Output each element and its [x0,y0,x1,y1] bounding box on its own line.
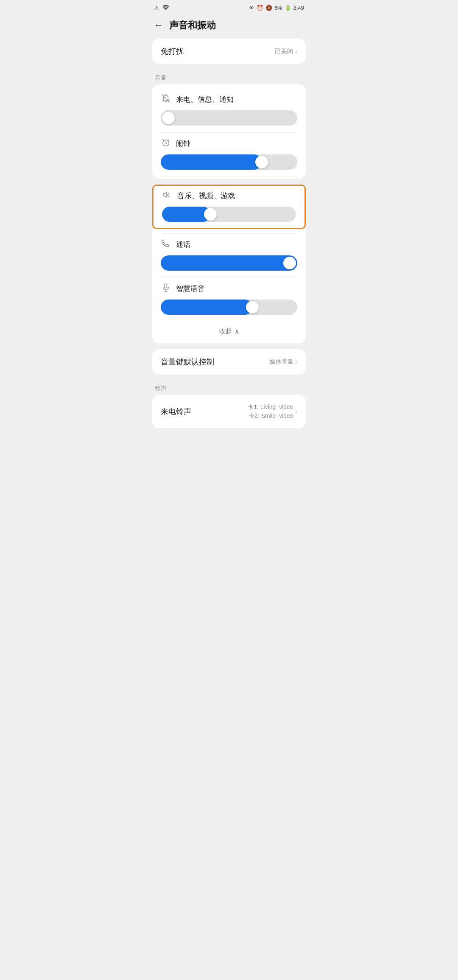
ringtone-slider[interactable] [161,110,297,126]
volume-key-row[interactable]: 音量键默认控制 媒体音量 › [152,349,306,375]
volume-card-bottom: 通话 智慧语音 [152,229,306,343]
volume-card: 来电、信息、通知 闹钟 [152,84,306,179]
chevron-right-icon: › [295,408,297,415]
dnd-status-text: 已关闭 [274,48,293,56]
volume-key-value-text: 媒体音量 [270,358,293,366]
smart-voice-label: 智慧语音 [176,284,205,294]
dnd-card[interactable]: 免打扰 已关闭 › [152,39,306,64]
media-volume-label: 音乐、视频、游戏 [177,191,235,201]
volume-item-call: 通话 [152,234,306,277]
svg-point-0 [165,9,167,11]
volume-key-label: 音量键默认控制 [161,357,214,367]
page-title: 声音和振动 [169,19,216,32]
eye-icon: 👁 [249,5,254,11]
back-button[interactable]: ← [154,20,163,31]
ringtone-label: 来电、信息、通知 [176,95,234,104]
alarm-clock-icon: ⏰ [257,5,263,11]
status-bar: ⚠ 👁 ⏰ 🔕 6% 🔋 8:49 [146,0,312,14]
volume-section-label: 音量 [146,70,312,84]
media-slider[interactable] [162,207,296,222]
bell-muted-icon [161,94,171,105]
page-header: ← 声音和振动 [146,14,312,39]
volume-key-card[interactable]: 音量键默认控制 媒体音量 › [152,349,306,375]
dnd-label: 免打扰 [161,46,184,56]
alarm-slider[interactable] [161,154,297,170]
svg-rect-3 [165,284,167,288]
wifi-icon [162,4,170,11]
mute-icon: 🔕 [265,5,272,11]
volume-item-ringtone: 来电、信息、通知 [152,89,306,132]
media-volume-highlighted: 音乐、视频、游戏 [152,185,306,229]
incoming-ringtone-label: 来电铃声 [161,406,191,417]
chevron-right-icon: › [295,48,297,55]
charging-icon: 🔋 [285,5,291,11]
incoming-ringtone-value: 卡1: Living_video 卡2: Smile_video › [248,403,297,420]
incoming-ringtone-row[interactable]: 来电铃声 卡1: Living_video 卡2: Smile_video › [152,395,306,428]
incoming-ringtone-card[interactable]: 来电铃声 卡1: Living_video 卡2: Smile_video › [152,395,306,428]
phone-icon [161,239,171,250]
media-volume-header: 音乐、视频、游戏 [162,190,296,202]
volume-item-alarm: 闹钟 [152,133,306,176]
collapse-icon: ∧ [235,328,239,336]
status-right: 👁 ⏰ 🔕 6% 🔋 8:49 [249,5,304,11]
alarm-label: 闹钟 [176,139,190,148]
call-label: 通话 [176,240,190,249]
warning-icon: ⚠ [154,5,159,11]
battery-percent: 6% [274,5,282,11]
svg-line-1 [162,95,170,102]
volume-key-value: 媒体音量 › [270,358,297,366]
status-left: ⚠ [154,4,170,11]
media-volume-icon [162,190,172,202]
ringtone-card1: 卡1: Living_video [248,403,293,412]
ringtone-card2: 卡2: Smile_video [248,412,293,420]
dnd-status: 已关闭 › [274,48,297,56]
time-display: 8:49 [293,5,304,11]
collapse-label: 收起 [219,328,232,336]
alarm-icon [161,138,171,149]
volume-item-smart: 智慧语音 [152,278,306,322]
ringtone-section-label: 铃声 [146,381,312,395]
smart-slider[interactable] [161,300,297,315]
chevron-right-icon: › [295,358,297,366]
microphone-icon [161,283,171,294]
dnd-row[interactable]: 免打扰 已关闭 › [152,39,306,64]
call-slider[interactable] [161,255,297,271]
collapse-button[interactable]: 收起 ∧ [152,322,306,342]
